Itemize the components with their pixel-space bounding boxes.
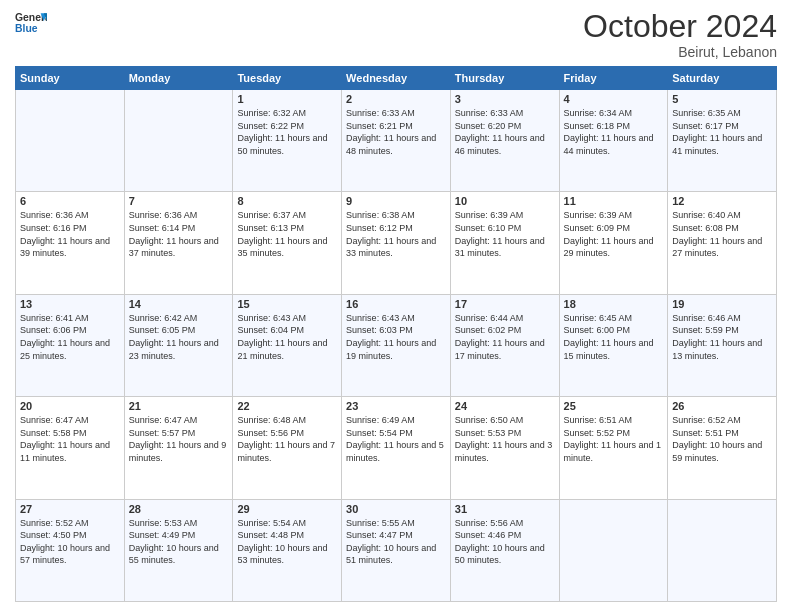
- day-info: Sunrise: 6:43 AM Sunset: 6:04 PM Dayligh…: [237, 312, 337, 362]
- weekday-header: Tuesday: [233, 67, 342, 90]
- day-number: 1: [237, 93, 337, 105]
- day-info: Sunrise: 6:51 AM Sunset: 5:52 PM Dayligh…: [564, 414, 664, 464]
- day-number: 4: [564, 93, 664, 105]
- month-title: October 2024: [583, 10, 777, 42]
- calendar-cell: 23Sunrise: 6:49 AM Sunset: 5:54 PM Dayli…: [342, 397, 451, 499]
- calendar-cell: 21Sunrise: 6:47 AM Sunset: 5:57 PM Dayli…: [124, 397, 233, 499]
- calendar-cell: 15Sunrise: 6:43 AM Sunset: 6:04 PM Dayli…: [233, 294, 342, 396]
- day-info: Sunrise: 6:36 AM Sunset: 6:14 PM Dayligh…: [129, 209, 229, 259]
- day-number: 12: [672, 195, 772, 207]
- calendar-cell: 27Sunrise: 5:52 AM Sunset: 4:50 PM Dayli…: [16, 499, 125, 601]
- day-number: 21: [129, 400, 229, 412]
- calendar-cell: 13Sunrise: 6:41 AM Sunset: 6:06 PM Dayli…: [16, 294, 125, 396]
- calendar-week-row: 13Sunrise: 6:41 AM Sunset: 6:06 PM Dayli…: [16, 294, 777, 396]
- day-number: 23: [346, 400, 446, 412]
- calendar-cell: 5Sunrise: 6:35 AM Sunset: 6:17 PM Daylig…: [668, 90, 777, 192]
- day-number: 13: [20, 298, 120, 310]
- day-info: Sunrise: 6:33 AM Sunset: 6:21 PM Dayligh…: [346, 107, 446, 157]
- day-number: 19: [672, 298, 772, 310]
- day-info: Sunrise: 6:52 AM Sunset: 5:51 PM Dayligh…: [672, 414, 772, 464]
- day-number: 16: [346, 298, 446, 310]
- day-info: Sunrise: 6:34 AM Sunset: 6:18 PM Dayligh…: [564, 107, 664, 157]
- svg-text:Blue: Blue: [15, 23, 38, 34]
- calendar-cell: 3Sunrise: 6:33 AM Sunset: 6:20 PM Daylig…: [450, 90, 559, 192]
- location-title: Beirut, Lebanon: [583, 44, 777, 60]
- day-info: Sunrise: 5:56 AM Sunset: 4:46 PM Dayligh…: [455, 517, 555, 567]
- calendar-cell: 29Sunrise: 5:54 AM Sunset: 4:48 PM Dayli…: [233, 499, 342, 601]
- day-info: Sunrise: 6:47 AM Sunset: 5:57 PM Dayligh…: [129, 414, 229, 464]
- calendar-cell: [16, 90, 125, 192]
- day-number: 25: [564, 400, 664, 412]
- day-info: Sunrise: 6:42 AM Sunset: 6:05 PM Dayligh…: [129, 312, 229, 362]
- calendar-cell: 18Sunrise: 6:45 AM Sunset: 6:00 PM Dayli…: [559, 294, 668, 396]
- calendar-week-row: 27Sunrise: 5:52 AM Sunset: 4:50 PM Dayli…: [16, 499, 777, 601]
- header: General Blue October 2024 Beirut, Lebano…: [15, 10, 777, 60]
- day-info: Sunrise: 6:36 AM Sunset: 6:16 PM Dayligh…: [20, 209, 120, 259]
- day-number: 30: [346, 503, 446, 515]
- day-number: 17: [455, 298, 555, 310]
- day-info: Sunrise: 6:40 AM Sunset: 6:08 PM Dayligh…: [672, 209, 772, 259]
- calendar-cell: 12Sunrise: 6:40 AM Sunset: 6:08 PM Dayli…: [668, 192, 777, 294]
- calendar-cell: 28Sunrise: 5:53 AM Sunset: 4:49 PM Dayli…: [124, 499, 233, 601]
- calendar-week-row: 1Sunrise: 6:32 AM Sunset: 6:22 PM Daylig…: [16, 90, 777, 192]
- calendar-cell: 20Sunrise: 6:47 AM Sunset: 5:58 PM Dayli…: [16, 397, 125, 499]
- weekday-header: Saturday: [668, 67, 777, 90]
- day-number: 3: [455, 93, 555, 105]
- calendar-cell: 22Sunrise: 6:48 AM Sunset: 5:56 PM Dayli…: [233, 397, 342, 499]
- weekday-header-row: SundayMondayTuesdayWednesdayThursdayFrid…: [16, 67, 777, 90]
- day-info: Sunrise: 6:41 AM Sunset: 6:06 PM Dayligh…: [20, 312, 120, 362]
- day-number: 24: [455, 400, 555, 412]
- day-number: 9: [346, 195, 446, 207]
- day-info: Sunrise: 6:50 AM Sunset: 5:53 PM Dayligh…: [455, 414, 555, 464]
- day-number: 26: [672, 400, 772, 412]
- calendar-cell: 19Sunrise: 6:46 AM Sunset: 5:59 PM Dayli…: [668, 294, 777, 396]
- calendar-cell: 2Sunrise: 6:33 AM Sunset: 6:21 PM Daylig…: [342, 90, 451, 192]
- day-number: 28: [129, 503, 229, 515]
- logo-icon: General Blue: [15, 10, 47, 38]
- day-info: Sunrise: 6:32 AM Sunset: 6:22 PM Dayligh…: [237, 107, 337, 157]
- day-number: 27: [20, 503, 120, 515]
- calendar-cell: 31Sunrise: 5:56 AM Sunset: 4:46 PM Dayli…: [450, 499, 559, 601]
- day-info: Sunrise: 6:47 AM Sunset: 5:58 PM Dayligh…: [20, 414, 120, 464]
- day-info: Sunrise: 5:55 AM Sunset: 4:47 PM Dayligh…: [346, 517, 446, 567]
- calendar-cell: 6Sunrise: 6:36 AM Sunset: 6:16 PM Daylig…: [16, 192, 125, 294]
- calendar: SundayMondayTuesdayWednesdayThursdayFrid…: [15, 66, 777, 602]
- day-number: 10: [455, 195, 555, 207]
- day-info: Sunrise: 5:53 AM Sunset: 4:49 PM Dayligh…: [129, 517, 229, 567]
- calendar-cell: 11Sunrise: 6:39 AM Sunset: 6:09 PM Dayli…: [559, 192, 668, 294]
- day-number: 11: [564, 195, 664, 207]
- weekday-header: Thursday: [450, 67, 559, 90]
- calendar-cell: [559, 499, 668, 601]
- calendar-cell: 30Sunrise: 5:55 AM Sunset: 4:47 PM Dayli…: [342, 499, 451, 601]
- day-number: 18: [564, 298, 664, 310]
- day-info: Sunrise: 6:43 AM Sunset: 6:03 PM Dayligh…: [346, 312, 446, 362]
- day-number: 20: [20, 400, 120, 412]
- day-info: Sunrise: 6:39 AM Sunset: 6:09 PM Dayligh…: [564, 209, 664, 259]
- calendar-cell: 7Sunrise: 6:36 AM Sunset: 6:14 PM Daylig…: [124, 192, 233, 294]
- calendar-cell: 25Sunrise: 6:51 AM Sunset: 5:52 PM Dayli…: [559, 397, 668, 499]
- logo: General Blue: [15, 10, 47, 38]
- day-info: Sunrise: 6:48 AM Sunset: 5:56 PM Dayligh…: [237, 414, 337, 464]
- day-info: Sunrise: 6:44 AM Sunset: 6:02 PM Dayligh…: [455, 312, 555, 362]
- day-info: Sunrise: 6:39 AM Sunset: 6:10 PM Dayligh…: [455, 209, 555, 259]
- calendar-cell: [124, 90, 233, 192]
- calendar-cell: 4Sunrise: 6:34 AM Sunset: 6:18 PM Daylig…: [559, 90, 668, 192]
- title-area: October 2024 Beirut, Lebanon: [583, 10, 777, 60]
- day-info: Sunrise: 6:37 AM Sunset: 6:13 PM Dayligh…: [237, 209, 337, 259]
- weekday-header: Sunday: [16, 67, 125, 90]
- day-info: Sunrise: 6:33 AM Sunset: 6:20 PM Dayligh…: [455, 107, 555, 157]
- page: General Blue October 2024 Beirut, Lebano…: [0, 0, 792, 612]
- day-info: Sunrise: 5:52 AM Sunset: 4:50 PM Dayligh…: [20, 517, 120, 567]
- calendar-cell: 14Sunrise: 6:42 AM Sunset: 6:05 PM Dayli…: [124, 294, 233, 396]
- day-info: Sunrise: 6:35 AM Sunset: 6:17 PM Dayligh…: [672, 107, 772, 157]
- weekday-header: Monday: [124, 67, 233, 90]
- day-info: Sunrise: 6:38 AM Sunset: 6:12 PM Dayligh…: [346, 209, 446, 259]
- calendar-cell: 26Sunrise: 6:52 AM Sunset: 5:51 PM Dayli…: [668, 397, 777, 499]
- day-number: 31: [455, 503, 555, 515]
- calendar-cell: 9Sunrise: 6:38 AM Sunset: 6:12 PM Daylig…: [342, 192, 451, 294]
- day-info: Sunrise: 6:46 AM Sunset: 5:59 PM Dayligh…: [672, 312, 772, 362]
- day-info: Sunrise: 6:49 AM Sunset: 5:54 PM Dayligh…: [346, 414, 446, 464]
- day-info: Sunrise: 6:45 AM Sunset: 6:00 PM Dayligh…: [564, 312, 664, 362]
- calendar-week-row: 20Sunrise: 6:47 AM Sunset: 5:58 PM Dayli…: [16, 397, 777, 499]
- day-number: 14: [129, 298, 229, 310]
